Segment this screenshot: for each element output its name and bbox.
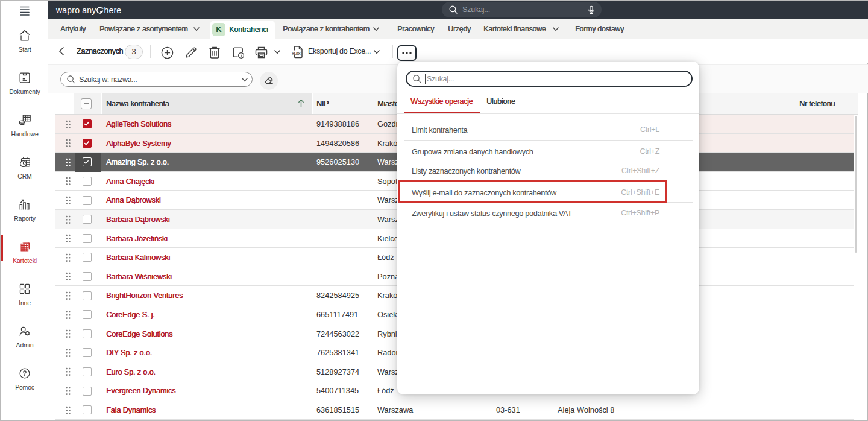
- svg-text:XLSX: XLSX: [292, 51, 301, 55]
